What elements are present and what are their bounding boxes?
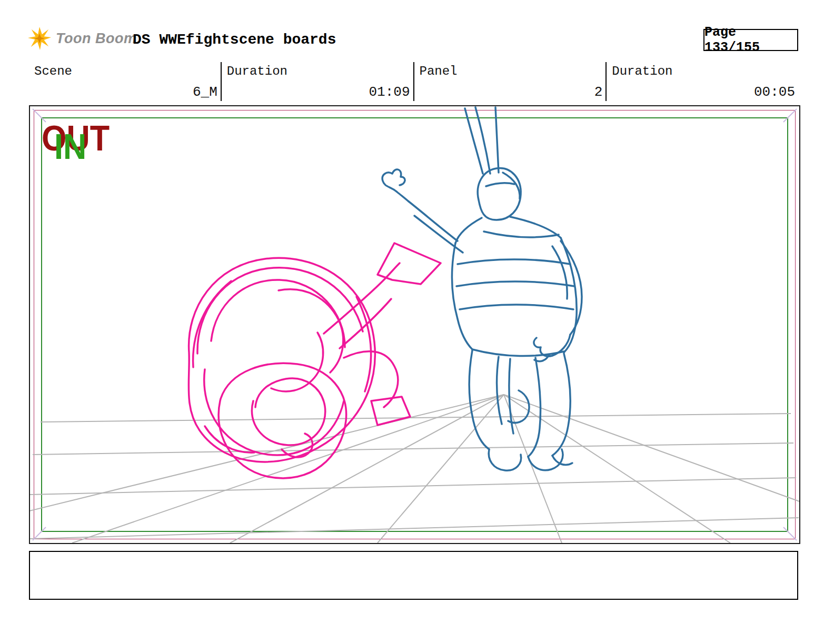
panel-number-label: Panel: [420, 64, 601, 78]
page-number-box: Page 133/155: [703, 29, 798, 51]
panel-info-table: Scene 6_M Duration 01:09 Panel 2 Duratio…: [29, 62, 798, 101]
document-title: DS WWEfightscene boards: [133, 32, 336, 48]
panel-duration-label: Duration: [612, 64, 793, 78]
corner-tick-marks: [33, 109, 797, 540]
scene-duration-value: 01:09: [369, 84, 410, 100]
scene-value: 6_M: [193, 84, 217, 100]
scene-cell: Scene 6_M: [29, 62, 221, 101]
scene-duration-label: Duration: [227, 64, 408, 78]
panel-number-value: 2: [594, 84, 603, 100]
caption-box: [29, 551, 798, 600]
storyboard-sketch: [30, 106, 799, 543]
panel-duration-cell: Duration 00:05: [605, 62, 798, 101]
page-number-label: Page 133/155: [704, 25, 797, 55]
panel-duration-value: 00:05: [754, 84, 795, 100]
pink-figure-sketch: [188, 243, 441, 478]
scene-label: Scene: [34, 64, 215, 78]
storyboard-panel: OUT IN: [29, 105, 800, 544]
toonboom-logo-text: Toon Boom: [56, 31, 136, 47]
toonboom-logo: Toon Boom: [27, 26, 136, 51]
floor-grid-lines: [30, 395, 799, 543]
toonboom-star-icon: [27, 26, 52, 51]
camera-in-label: IN: [54, 128, 86, 164]
panel-number-cell: Panel 2: [413, 62, 606, 101]
scene-duration-cell: Duration 01:09: [221, 62, 413, 101]
